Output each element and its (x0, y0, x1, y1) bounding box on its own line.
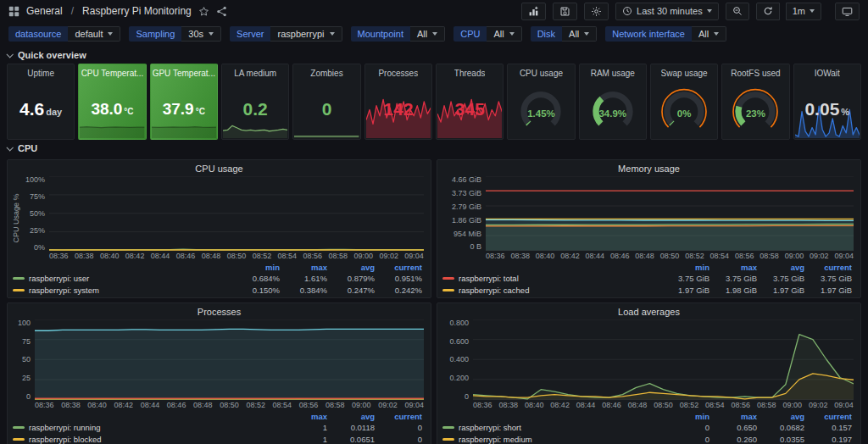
panel-title[interactable]: CPU usage (8, 160, 431, 175)
y-tick-label: 50 (22, 356, 31, 363)
y-tick-label: 0 B (470, 243, 481, 250)
refresh-button[interactable] (756, 3, 780, 20)
series-label: raspberrypi: short (459, 423, 521, 432)
series-color-swatch (442, 277, 454, 280)
legend-stat-value: 1.98 GiB (709, 286, 757, 295)
cycle-view-button[interactable] (835, 3, 860, 20)
variable-value-dropdown[interactable]: All (410, 26, 445, 42)
row-toggle-cpu[interactable]: CPU (0, 140, 868, 157)
stat-panel-swap-usage: Swap usage0% (650, 64, 718, 140)
clock-icon (622, 6, 632, 16)
breadcrumb-title[interactable]: Raspberry Pi Monitoring (82, 5, 192, 17)
stat-title: GPU Temperat... (153, 69, 215, 78)
legend-series-name[interactable]: raspberrypi: running (13, 423, 280, 432)
variable-selected-value: All (493, 29, 504, 39)
legend-series-name[interactable]: raspberrypi: cached (442, 286, 662, 295)
panel-title[interactable]: Processes (8, 303, 431, 318)
legend-stat-value: 0.242% (375, 286, 422, 295)
x-tick-label: 08:36 (486, 252, 505, 260)
variable-value-dropdown[interactable]: All (562, 26, 597, 42)
legend-col-current[interactable]: current (804, 263, 852, 272)
legend-row: raspberrypi: total3.75 GiB3.75 GiB3.75 G… (441, 273, 854, 285)
y-axis-ticks: 1007550250 (11, 319, 35, 410)
stat-number: 0.05 (804, 100, 839, 118)
stat-value: 4.6day (19, 100, 62, 118)
variable-value-dropdown[interactable]: raspberrypi (270, 26, 342, 42)
legend-stat-value: 0.650 (709, 423, 757, 432)
x-axis-ticks: 08:3608:3808:4008:4208:4408:4608:4808:50… (486, 251, 854, 261)
legend-col-max[interactable]: max (280, 263, 327, 272)
panel-processes: Processes 100755025008:3608:3808:4008:42… (7, 302, 431, 444)
plot-area[interactable] (473, 319, 854, 400)
stat-number: 0.2 (243, 100, 268, 118)
x-tick-label: 09:04 (404, 252, 424, 260)
legend-col-avg[interactable]: avg (757, 263, 804, 272)
share-icon[interactable] (216, 6, 227, 17)
x-tick-label: 08:50 (227, 252, 247, 260)
plot-area[interactable] (486, 176, 854, 251)
variable-label: Server (230, 26, 270, 42)
plot-area[interactable] (49, 176, 424, 251)
series-label: raspberrypi: user (29, 274, 89, 283)
legend-stat-value: 1.61% (280, 274, 327, 283)
x-tick-label: 08:46 (176, 252, 196, 260)
legend-series-name[interactable]: raspberrypi: short (442, 423, 662, 432)
variable-value-dropdown[interactable]: default (68, 26, 120, 42)
star-icon[interactable] (198, 6, 209, 17)
legend-col-avg[interactable]: avg (327, 412, 375, 421)
add-panel-button[interactable] (521, 3, 546, 20)
plot-area[interactable] (35, 319, 424, 400)
legend-col-current[interactable]: current (375, 412, 422, 421)
time-range-picker[interactable]: Last 30 minutes (615, 3, 719, 20)
legend-col-min[interactable]: min (662, 263, 709, 272)
refresh-interval-label: 1m (793, 6, 805, 16)
variable-value-dropdown[interactable]: All (692, 26, 726, 42)
x-axis-ticks: 08:3608:3808:4008:4208:4408:4608:4808:50… (35, 400, 424, 410)
series-color-swatch (442, 426, 454, 429)
dashboard-settings-button[interactable] (584, 3, 609, 20)
legend-col-min[interactable]: min (662, 412, 709, 421)
legend-series-name[interactable]: raspberrypi: medium (442, 435, 662, 444)
apps-grid-icon[interactable] (8, 6, 19, 17)
breadcrumb-section[interactable]: General (26, 5, 63, 17)
stat-unit: % (841, 108, 849, 117)
x-tick-label: 08:40 (100, 252, 120, 260)
row-toggle-quick-overview[interactable]: Quick overview (0, 47, 868, 64)
x-tick-label: 08:52 (246, 401, 265, 409)
x-tick-label: 09:04 (834, 252, 854, 260)
x-tick-label: 08:48 (202, 252, 221, 260)
legend-col-current[interactable]: current (375, 263, 422, 272)
legend-col-max[interactable]: max (709, 412, 757, 421)
panel-title[interactable]: Load averages (437, 303, 860, 318)
zoom-out-button[interactable] (726, 3, 749, 20)
stat-content: 37.9°C (151, 78, 217, 139)
legend-col-avg[interactable]: avg (327, 263, 375, 272)
plot-column: 08:3608:3808:4008:4208:4408:4608:4808:50… (35, 319, 424, 410)
refresh-interval-picker[interactable]: 1m (786, 3, 821, 20)
y-tick-label: 0% (34, 244, 45, 251)
x-tick-label: 08:42 (114, 401, 134, 409)
legend-header: minmaxavgcurrent (11, 262, 424, 274)
variable-server: Serverraspberrypi (230, 26, 342, 42)
save-dashboard-button[interactable] (553, 3, 577, 20)
y-tick-label: 3.73 GiB (452, 190, 481, 197)
legend-col-avg[interactable]: avg (757, 412, 804, 421)
legend-col-current[interactable]: current (804, 412, 852, 421)
variable-network-interface: Network interfaceAll (605, 26, 726, 42)
legend-series-name[interactable]: raspberrypi: user (13, 274, 232, 283)
legend-col-max[interactable]: max (280, 412, 327, 421)
legend-series-name[interactable]: raspberrypi: total (442, 274, 662, 283)
legend-col-min[interactable]: min (232, 263, 280, 272)
stat-content: 38.0°C (79, 78, 145, 139)
legend-col-max[interactable]: max (709, 263, 757, 272)
legend-series-name[interactable]: raspberrypi: blocked (13, 435, 280, 444)
legend-series-name[interactable]: raspberrypi: system (13, 286, 232, 295)
variable-value-dropdown[interactable]: 30s (181, 26, 221, 42)
chart-main: CPU Usage %100%75%50%25%0%08:3608:3808:4… (11, 176, 424, 261)
variable-value-dropdown[interactable]: All (487, 26, 521, 42)
legend-stat-value: 0 (375, 423, 422, 432)
stat-value: 0 (322, 100, 332, 118)
panel-title[interactable]: Memory usage (437, 160, 860, 175)
chevron-down-icon (810, 9, 815, 13)
stat-unit: °C (124, 108, 133, 116)
